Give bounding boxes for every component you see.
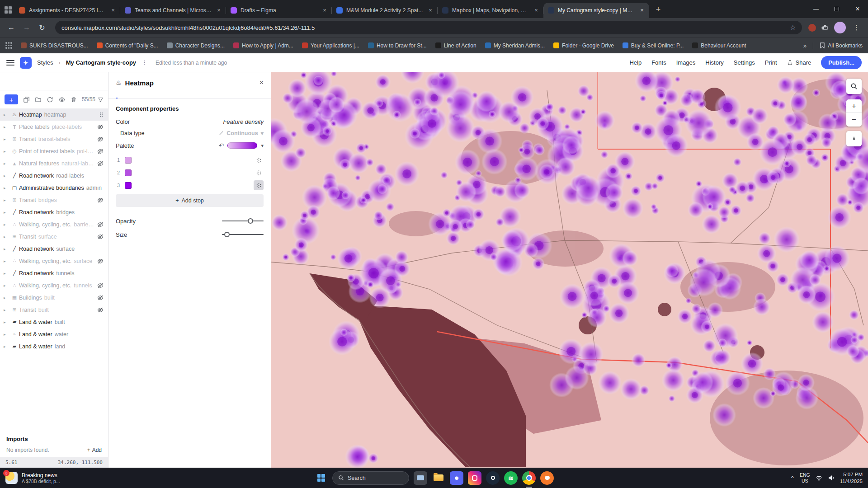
duplicate-layer-icon[interactable]: [23, 96, 30, 103]
drag-handle-icon[interactable]: [99, 112, 104, 118]
taskbar-app[interactable]: [468, 471, 481, 485]
layer-row[interactable]: ▸ Walking, cycling, etc. tunnels: [0, 279, 108, 291]
chevron-right-icon[interactable]: ▸: [4, 247, 10, 251]
chevron-right-icon[interactable]: ▸: [4, 235, 10, 239]
layer-row[interactable]: ▸ Road network road-labels: [0, 169, 108, 182]
compass-bearing-button[interactable]: [846, 131, 862, 146]
chevron-right-icon[interactable]: ▸: [4, 149, 10, 154]
eye-off-icon[interactable]: [97, 307, 104, 313]
layer-row[interactable]: ▸ Transit bridges: [0, 194, 108, 206]
header-link[interactable]: History: [705, 59, 723, 66]
browser-tab[interactable]: Drafts – Figma ×: [226, 3, 332, 18]
caret-down-icon[interactable]: ▾: [261, 143, 264, 149]
chevron-right-icon[interactable]: ▸: [4, 198, 10, 202]
bookmark-item[interactable]: Behaviour Account: [692, 42, 746, 49]
chevron-right-icon[interactable]: ▸: [4, 186, 10, 190]
wifi-icon[interactable]: [815, 474, 823, 481]
layer-row[interactable]: ▸ Transit built: [0, 304, 108, 316]
eye-off-icon[interactable]: [97, 197, 104, 203]
window-close-button[interactable]: ×: [847, 0, 868, 18]
bookmark-item[interactable]: Character Designs...: [167, 42, 225, 49]
layer-row[interactable]: ▸ Walking, cycling, etc. surface: [0, 255, 108, 267]
tab-close-icon[interactable]: ×: [109, 7, 117, 14]
density-dots-icon[interactable]: [254, 180, 264, 190]
density-dots-icon[interactable]: [254, 155, 264, 165]
layer-row[interactable]: ▸ Transit surface: [0, 230, 108, 243]
bookmark-item[interactable]: My Sheridan Admis...: [485, 42, 545, 49]
layer-row[interactable]: ▸ Road network surface: [0, 243, 108, 255]
chevron-right-icon[interactable]: ▸: [4, 283, 10, 288]
palette-stop-row[interactable]: 1: [116, 154, 264, 166]
imports-add-button[interactable]: + Add: [87, 447, 102, 453]
map-canvas[interactable]: + −: [271, 72, 868, 468]
tab-close-icon[interactable]: ×: [427, 7, 434, 14]
style-options-icon[interactable]: ⋮: [142, 59, 147, 66]
layer-row[interactable]: ▸ Road network tunnels: [0, 267, 108, 279]
layer-row[interactable]: ▸ Natural features natural-labels: [0, 157, 108, 169]
header-link[interactable]: Help: [629, 59, 642, 66]
zoom-in-button[interactable]: +: [846, 99, 862, 113]
language-indicator[interactable]: ENG US: [800, 472, 810, 483]
chevron-right-icon[interactable]: ▸: [4, 344, 10, 349]
taskbar-app[interactable]: [522, 471, 536, 485]
forward-button[interactable]: →: [20, 21, 33, 34]
apps-grid-icon[interactable]: [5, 42, 12, 49]
panel-tab[interactable]: [126, 91, 127, 99]
share-button[interactable]: Share: [787, 59, 811, 66]
size-slider-knob[interactable]: [224, 232, 230, 237]
tab-grid-icon[interactable]: [5, 6, 12, 14]
layer-row[interactable]: ▸ Road network bridges: [0, 206, 108, 218]
panel-tab[interactable]: [116, 91, 118, 99]
layer-row[interactable]: ▸ Heatmap heatmap: [0, 108, 108, 121]
stop-color-swatch[interactable]: [125, 157, 132, 164]
new-tab-button[interactable]: +: [652, 4, 665, 16]
layer-row[interactable]: ▸ Transit transit-labels: [0, 133, 108, 145]
eye-off-icon[interactable]: [97, 136, 104, 142]
extension-icon[interactable]: [808, 24, 816, 32]
taskbar-app[interactable]: [432, 471, 445, 485]
browser-tab[interactable]: Teams and Channels | Microsof... ×: [120, 3, 226, 18]
layer-row[interactable]: ▸ Point of interest labels poi-labels: [0, 145, 108, 157]
undo-icon[interactable]: ↶: [219, 142, 224, 149]
taskbar-app[interactable]: [486, 471, 500, 485]
chevron-right-icon[interactable]: ▸: [4, 296, 10, 300]
panel-close-icon[interactable]: ×: [259, 79, 264, 87]
delete-trash-icon[interactable]: [71, 96, 77, 103]
chevron-right-icon[interactable]: ▸: [4, 308, 10, 312]
taskbar-search[interactable]: Search: [332, 471, 409, 485]
browser-tab[interactable]: Assignments - DESN27425 Inte... ×: [14, 3, 120, 18]
browser-tab[interactable]: My Cartogram style-copy | Map... ×: [543, 3, 649, 18]
breadcrumb-styles[interactable]: Styles: [37, 59, 53, 66]
profile-avatar[interactable]: [834, 22, 846, 33]
stop-color-swatch[interactable]: [125, 182, 132, 189]
tray-expand-icon[interactable]: ^: [790, 474, 795, 481]
eye-off-icon[interactable]: [97, 258, 104, 264]
taskbar-widget[interactable]: 3 Breaking news A $78B deficit, p...: [5, 472, 60, 484]
tab-close-icon[interactable]: ×: [321, 7, 328, 14]
layer-row[interactable]: ▸ Land & water water: [0, 328, 108, 340]
extensions-puzzle-icon[interactable]: [821, 24, 829, 31]
bookmark-item[interactable]: How to Draw for St...: [368, 42, 427, 49]
tab-close-icon[interactable]: ×: [638, 7, 646, 14]
url-bar[interactable]: console.mapbox.com/studio/styles/sodsukh…: [55, 21, 802, 34]
visibility-eye-icon[interactable]: [58, 96, 66, 103]
bookmark-item[interactable]: Your Applications |...: [302, 42, 359, 49]
chevron-right-icon[interactable]: ▸: [4, 174, 10, 178]
opacity-slider[interactable]: [222, 218, 264, 224]
layer-row[interactable]: ▸ Land & water built: [0, 316, 108, 328]
filter-funnel-icon[interactable]: [98, 97, 104, 103]
chevron-right-icon[interactable]: ▸: [4, 113, 10, 117]
header-link[interactable]: Images: [676, 59, 696, 66]
add-layer-button[interactable]: +: [5, 94, 18, 104]
chevron-right-icon[interactable]: ▸: [4, 137, 10, 141]
publish-button[interactable]: Publish...: [821, 56, 862, 69]
header-link[interactable]: Fonts: [651, 59, 666, 66]
browser-menu-icon[interactable]: ⋮: [851, 23, 862, 32]
header-link[interactable]: Settings: [734, 59, 755, 66]
chevron-right-icon[interactable]: ▸: [4, 271, 10, 276]
stop-color-swatch[interactable]: [125, 169, 132, 176]
palette-stop-row[interactable]: 3: [116, 179, 264, 192]
group-folder-icon[interactable]: [35, 96, 42, 103]
eye-off-icon[interactable]: [97, 148, 104, 155]
tab-close-icon[interactable]: ×: [215, 7, 222, 14]
